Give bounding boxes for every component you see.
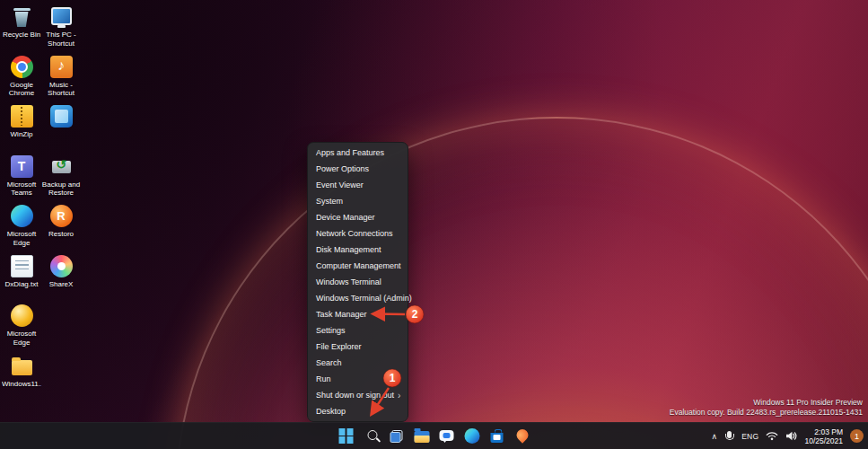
desktop-icon-backup-and-restore[interactable]: Backup and Restore (Wi... xyxy=(41,155,81,206)
desktop-icon-label: Microsoft Edge Canary xyxy=(2,330,41,348)
desktop-icon-microsoft-teams[interactable]: Microsoft Teams xyxy=(2,155,41,206)
recycle-bin-icon xyxy=(11,5,33,28)
menu-item-windows-terminal-admin[interactable]: Windows Terminal (Admin) xyxy=(308,290,408,306)
search-icon xyxy=(368,430,378,440)
search-button[interactable] xyxy=(360,425,382,447)
menu-item-label: System xyxy=(316,197,343,206)
desktop-icon-edge-canary[interactable]: Microsoft Edge Canary xyxy=(2,304,41,355)
menu-item-network-connections[interactable]: Network Connections xyxy=(308,225,408,242)
submenu-chevron-icon: › xyxy=(398,391,400,401)
media-app-icon xyxy=(50,105,73,128)
microphone-icon[interactable] xyxy=(727,431,732,438)
menu-item-label: Network Connections xyxy=(316,229,393,238)
desktop-icon-label: Music - Shortcut xyxy=(41,81,81,98)
menu-item-settings[interactable]: Settings xyxy=(308,322,408,339)
menu-item-search[interactable]: Search xyxy=(308,355,408,371)
desktop-icon-this-pc-shortcut[interactable]: This PC - Shortcut xyxy=(41,5,81,56)
menu-item-label: Disk Management xyxy=(316,245,381,254)
desktop-icon-label: Google Chrome xyxy=(2,81,41,98)
edge-icon xyxy=(464,428,479,444)
menu-item-label: Windows Terminal (Admin) xyxy=(316,294,412,303)
desktop-icon-recycle-bin[interactable]: Recycle Bin xyxy=(2,5,41,56)
file-explorer-icon xyxy=(414,431,429,443)
menu-item-desktop[interactable]: Desktop xyxy=(308,403,408,419)
folder-icon xyxy=(11,355,33,377)
chat-button[interactable] xyxy=(435,425,458,447)
menu-item-file-explorer[interactable]: File Explorer xyxy=(308,339,408,355)
menu-item-run[interactable]: Run xyxy=(308,371,408,387)
menu-item-label: Computer Management xyxy=(316,261,401,270)
clock[interactable]: 2:03 PM 10/25/2021 xyxy=(804,427,843,445)
desktop-icon-restoro[interactable]: Restoro xyxy=(41,205,81,255)
menu-item-label: Task Manager xyxy=(316,310,367,319)
menu-item-system[interactable]: System xyxy=(308,193,408,209)
taskbar-center-icons xyxy=(335,423,533,449)
desktop-icon-sharex[interactable]: ShareX xyxy=(41,255,81,305)
desktop-icon-column-1: Recycle Bin Google Chrome WinZip Microso… xyxy=(2,5,41,404)
menu-item-disk-management[interactable]: Disk Management xyxy=(308,242,408,258)
desktop-icon-windows11-folder[interactable]: Windows11... xyxy=(2,355,41,405)
desktop-icon-label: Microsoft Teams xyxy=(2,180,41,198)
menu-item-task-manager[interactable]: Task Manager xyxy=(308,306,408,322)
annotation-step-2: 2 xyxy=(412,308,418,321)
show-hidden-icons-button[interactable]: ∧ xyxy=(712,432,718,441)
desktop-icon-label: DxDiag.txt xyxy=(2,280,41,289)
desktop-icon-label: ShareX xyxy=(41,280,81,289)
watermark-line-1: Windows 11 Pro Insider Preview xyxy=(670,398,863,408)
menu-item-label: File Explorer xyxy=(316,342,362,351)
volume-icon[interactable] xyxy=(785,431,797,441)
desktop-icon-media-app[interactable] xyxy=(41,105,81,155)
store-icon xyxy=(491,433,504,443)
language-indicator[interactable]: ENG xyxy=(741,432,758,441)
system-tray: ∧ ENG 2:03 PM 10/25/2021 1 xyxy=(712,423,864,449)
windows-logo-icon xyxy=(338,428,354,444)
desktop-icon-microsoft-edge[interactable]: Microsoft Edge xyxy=(2,205,41,255)
menu-item-label: Search xyxy=(316,358,342,367)
desktop-icon-label: Restoro xyxy=(41,230,81,239)
desktop-icon-dxdiag-txt[interactable]: DxDiag.txt xyxy=(2,255,41,305)
edge-button[interactable] xyxy=(460,425,483,447)
menu-item-windows-terminal[interactable]: Windows Terminal xyxy=(308,274,408,290)
task-view-icon xyxy=(390,430,403,443)
network-icon[interactable] xyxy=(766,431,778,441)
chat-icon xyxy=(440,430,454,441)
backup-restore-icon xyxy=(50,155,73,178)
chrome-icon xyxy=(11,56,33,78)
desktop-icon-column-2: This PC - Shortcut Music - Shortcut Back… xyxy=(41,5,81,304)
annotation-overlay: 2 1 xyxy=(0,0,868,449)
taskbar: ∧ ENG 2:03 PM 10/25/2021 1 xyxy=(0,422,868,449)
desktop-icon-label: WinZip xyxy=(2,130,41,139)
notification-badge[interactable]: 1 xyxy=(850,429,864,443)
menu-item-computer-management[interactable]: Computer Management xyxy=(308,258,408,274)
this-pc-icon xyxy=(50,5,73,28)
pinned-app-button[interactable] xyxy=(511,425,533,447)
tray-time: 2:03 PM xyxy=(804,427,843,436)
tray-date: 10/25/2021 xyxy=(804,436,843,445)
menu-item-label: Shut down or sign out xyxy=(316,391,394,400)
teams-icon xyxy=(11,155,33,178)
file-explorer-button[interactable] xyxy=(410,425,433,447)
desktop-icon-music-shortcut[interactable]: Music - Shortcut xyxy=(41,56,81,106)
edge-canary-icon xyxy=(11,304,33,327)
menu-item-power-options[interactable]: Power Options xyxy=(308,161,408,177)
watermark: Windows 11 Pro Insider Preview Evaluatio… xyxy=(670,398,863,418)
winzip-icon xyxy=(11,105,33,128)
menu-item-shut-down-or-sign-out[interactable]: Shut down or sign out › xyxy=(308,387,408,403)
menu-item-event-viewer[interactable]: Event Viewer xyxy=(308,177,408,193)
desktop-icon-winzip[interactable]: WinZip xyxy=(2,105,41,155)
desktop-icon-label: Recycle Bin xyxy=(2,31,41,40)
store-button[interactable] xyxy=(486,425,508,447)
annotation-circle-2 xyxy=(406,305,424,323)
menu-item-apps-and-features[interactable]: Apps and Features xyxy=(308,145,408,161)
menu-item-device-manager[interactable]: Device Manager xyxy=(308,209,408,225)
start-button[interactable] xyxy=(335,425,357,447)
desktop-icon-label: Microsoft Edge xyxy=(2,230,41,247)
menu-item-label: Power Options xyxy=(316,164,369,173)
menu-item-label: Device Manager xyxy=(316,213,375,222)
restoro-icon xyxy=(50,205,73,227)
desktop-icon-google-chrome[interactable]: Google Chrome xyxy=(2,56,41,106)
menu-item-label: Settings xyxy=(316,326,346,335)
desktop-icon-label: Windows11... xyxy=(2,380,41,389)
text-file-icon xyxy=(11,255,33,277)
task-view-button[interactable] xyxy=(385,425,408,447)
